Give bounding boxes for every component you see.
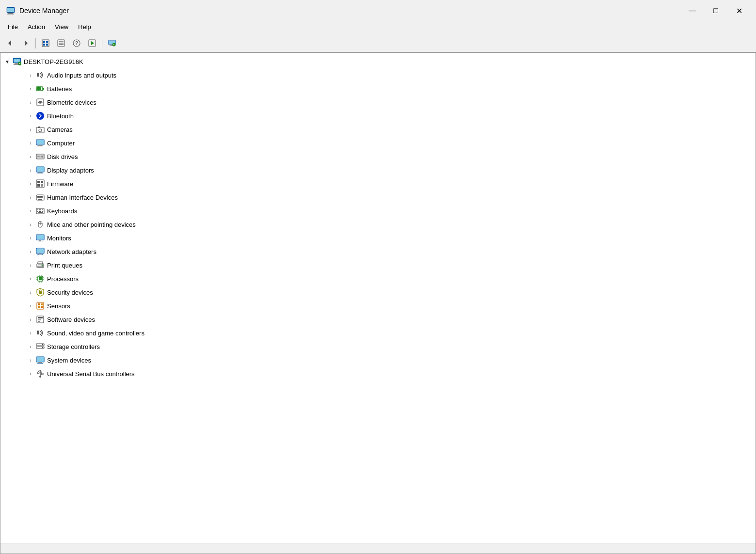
svg-marker-4	[8, 40, 11, 46]
tree-item[interactable]: ›Software devices	[0, 313, 756, 326]
tree-item[interactable]: ›System devices	[0, 353, 756, 367]
help-button[interactable]: ?	[69, 36, 84, 50]
item-chevron: ›	[26, 152, 35, 161]
svg-rect-40	[38, 127, 40, 128]
show-categories-button[interactable]	[38, 36, 53, 50]
item-label: Sound, video and game controllers	[47, 330, 145, 337]
back-button[interactable]	[3, 36, 17, 50]
item-icon	[35, 233, 45, 243]
tree-item[interactable]: ›Firmware	[0, 177, 756, 190]
svg-rect-3	[7, 8, 14, 12]
tree-item[interactable]: ›Display adaptors	[0, 163, 756, 177]
tree-item[interactable]: ›Keyboards	[0, 204, 756, 218]
tree-item[interactable]: ›Mice and other pointing devices	[0, 218, 756, 231]
menu-help[interactable]: Help	[74, 22, 95, 32]
item-label: Software devices	[47, 316, 95, 323]
item-chevron: ›	[26, 111, 35, 121]
svg-point-101	[39, 290, 41, 292]
item-label: Computer	[47, 140, 75, 147]
toolbar-separator-2	[102, 38, 102, 48]
item-label: Storage controllers	[47, 343, 100, 350]
maximize-button[interactable]: □	[705, 3, 727, 18]
item-chevron: ›	[26, 165, 35, 175]
tree-item[interactable]: ›Cameras	[0, 123, 756, 136]
svg-rect-61	[41, 196, 43, 197]
svg-rect-68	[39, 209, 40, 210]
svg-rect-10	[46, 44, 48, 46]
item-icon	[35, 342, 45, 351]
svg-rect-91	[39, 277, 42, 280]
devmgr-button[interactable]	[105, 36, 119, 50]
menu-file[interactable]: File	[4, 22, 22, 32]
item-label: Biometric devices	[47, 99, 97, 106]
item-label: Human Interface Devices	[47, 194, 118, 201]
menu-view[interactable]: View	[51, 22, 72, 32]
svg-rect-51	[38, 172, 42, 173]
tree-item[interactable]: ›Sensors	[0, 299, 756, 313]
window-title: Device Manager	[19, 7, 69, 15]
menu-bar: File Action View Help	[0, 19, 756, 34]
help-icon: ?	[73, 39, 80, 47]
item-icon	[35, 165, 45, 175]
item-icon	[35, 125, 45, 134]
svg-rect-109	[38, 319, 41, 320]
forward-button[interactable]	[18, 36, 33, 50]
item-chevron: ›	[26, 233, 35, 243]
tree-item[interactable]: ›Monitors	[0, 231, 756, 245]
svg-rect-110	[38, 321, 40, 322]
item-icon	[35, 328, 45, 338]
svg-rect-59	[37, 196, 39, 197]
item-label: Keyboards	[47, 207, 77, 215]
tree-root[interactable]: ▼ DESKTOP-2EG916K	[0, 55, 756, 68]
svg-rect-8	[46, 41, 48, 43]
item-chevron: ›	[26, 70, 35, 80]
tree-item[interactable]: ›Human Interface Devices	[0, 190, 756, 204]
update-driver-button[interactable]	[54, 36, 68, 50]
svg-rect-55	[41, 181, 43, 183]
svg-point-114	[42, 344, 44, 346]
device-tree[interactable]: ▼ DESKTOP-2EG916K ›Audio inputs and outp…	[0, 53, 756, 543]
tree-item[interactable]: ›Batteries	[0, 82, 756, 95]
svg-rect-105	[38, 306, 40, 308]
svg-rect-108	[38, 317, 43, 318]
svg-rect-65	[38, 199, 42, 200]
close-button[interactable]: ✕	[728, 3, 750, 18]
menu-action[interactable]: Action	[24, 22, 49, 32]
tree-item[interactable]: ›Biometric devices	[0, 95, 756, 109]
item-icon	[35, 206, 45, 216]
tree-item[interactable]: ›Computer	[0, 136, 756, 150]
item-chevron: ›	[26, 125, 35, 134]
svg-rect-52	[37, 173, 43, 174]
tree-item[interactable]: ›Universal Serial Bus controllers	[0, 367, 756, 380]
tree-item[interactable]: ›Storage controllers	[0, 340, 756, 353]
svg-rect-74	[42, 211, 43, 212]
svg-rect-63	[39, 197, 41, 198]
tree-item[interactable]: ›Security devices	[0, 285, 756, 299]
svg-rect-60	[39, 196, 41, 197]
item-chevron: ›	[26, 84, 35, 94]
tree-item[interactable]: ›Sound, video and game controllers	[0, 326, 756, 340]
item-chevron: ›	[26, 206, 35, 216]
svg-rect-73	[40, 211, 41, 212]
item-label: Processors	[47, 275, 79, 283]
tree-item[interactable]: ›Bluetooth	[0, 109, 756, 123]
item-icon	[35, 84, 45, 94]
svg-text:?: ?	[75, 41, 78, 46]
svg-rect-80	[37, 235, 44, 239]
tree-item[interactable]: ›Network adapters	[0, 245, 756, 258]
tree-item[interactable]: ›Disk drives	[0, 150, 756, 163]
tree-item[interactable]: ›Audio inputs and outputs	[0, 68, 756, 82]
tree-item[interactable]: ›Print queues	[0, 258, 756, 272]
svg-rect-82	[38, 241, 43, 241]
svg-rect-75	[38, 212, 43, 213]
svg-rect-118	[38, 362, 42, 363]
svg-point-123	[37, 372, 39, 374]
item-label: Network adapters	[47, 248, 97, 255]
tree-item[interactable]: ›Processors	[0, 272, 756, 285]
item-icon	[35, 152, 45, 161]
item-icon	[35, 274, 45, 284]
item-label: Disk drives	[47, 153, 78, 160]
minimize-button[interactable]: —	[681, 3, 704, 18]
scan-button[interactable]	[85, 36, 99, 50]
svg-rect-106	[41, 306, 43, 308]
